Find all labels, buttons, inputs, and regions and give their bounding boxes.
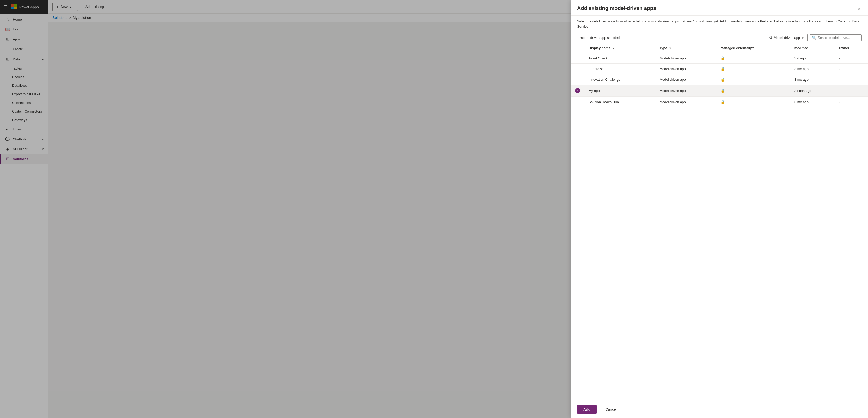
row-check-cell[interactable] [571,97,584,107]
panel-table-wrap: Display name ∨ Type ∨ Managed externally… [571,43,868,400]
apps-table: Display name ∨ Type ∨ Managed externally… [571,43,868,107]
col-modified-label: Modified [795,46,808,50]
panel-footer: Add Cancel [571,400,868,418]
col-display-name[interactable]: Display name ∨ [584,43,655,53]
row-modified: 3 mo ago [790,74,835,85]
table-row[interactable]: ✓My appModel-driven app🔒34 min ago- [571,85,868,97]
lock-icon: 🔒 [720,77,725,81]
col-modified: Modified [790,43,835,53]
row-managed-externally: 🔒 [716,64,790,74]
selected-count: 1 model-driven app selected [577,36,620,40]
col-type[interactable]: Type ∨ [655,43,716,53]
lock-icon: 🔒 [720,100,725,104]
modal-overlay: Add existing model-driven apps ✕ Select … [0,0,868,418]
row-managed-externally: 🔒 [716,53,790,64]
row-display-name: Innovation Challenge [584,74,655,85]
panel-description: Select model-driven apps from other solu… [571,15,868,32]
row-display-name: My app [584,85,655,97]
row-check-cell[interactable] [571,74,584,85]
row-owner: - [835,85,868,97]
filter-button[interactable]: ⚙ Model-driven app ∨ [766,34,808,41]
filter-icon: ⚙ [769,36,772,40]
row-owner: - [835,64,868,74]
row-owner: - [835,53,868,64]
search-input[interactable] [818,36,859,40]
col-check [571,43,584,53]
row-check-cell[interactable] [571,53,584,64]
table-row[interactable]: FundraiserModel-driven app🔒3 mo ago- [571,64,868,74]
lock-icon: 🔒 [720,67,725,71]
search-icon: 🔍 [812,36,816,40]
panel-close-button[interactable]: ✕ [856,5,862,12]
row-managed-externally: 🔒 [716,97,790,107]
col-managed-externally-label: Managed externally? [720,46,754,50]
row-modified: 3 d ago [790,53,835,64]
panel-toolbar-right: ⚙ Model-driven app ∨ 🔍 [766,34,862,41]
search-box: 🔍 [810,34,862,41]
table-row[interactable]: Innovation ChallengeModel-driven app🔒3 m… [571,74,868,85]
row-managed-externally: 🔒 [716,85,790,97]
filter-chevron-icon: ∨ [802,36,804,40]
row-managed-externally: 🔒 [716,74,790,85]
col-owner-label: Owner [839,46,849,50]
row-modified: 3 mo ago [790,64,835,74]
row-type: Model-driven app [655,64,716,74]
col-type-label: Type [659,46,667,50]
selected-check-icon: ✓ [575,88,580,93]
row-check-cell[interactable] [571,64,584,74]
panel-header: Add existing model-driven apps ✕ [571,0,868,15]
panel-toolbar: 1 model-driven app selected ⚙ Model-driv… [571,32,868,43]
panel-title: Add existing model-driven apps [577,5,656,11]
filter-label: Model-driven app [774,36,800,40]
row-modified: 34 min ago [790,85,835,97]
row-type: Model-driven app [655,85,716,97]
row-owner: - [835,74,868,85]
row-display-name: Fundraiser [584,64,655,74]
type-sort-icon: ∨ [669,47,671,50]
row-owner: - [835,97,868,107]
row-modified: 3 mo ago [790,97,835,107]
row-type: Model-driven app [655,74,716,85]
col-owner: Owner [835,43,868,53]
overlay-spacer[interactable] [0,0,571,418]
col-managed-externally: Managed externally? [716,43,790,53]
cancel-button[interactable]: Cancel [599,405,623,414]
lock-icon: 🔒 [720,56,725,60]
row-type: Model-driven app [655,97,716,107]
display-name-sort-icon: ∨ [612,47,614,50]
add-existing-panel: Add existing model-driven apps ✕ Select … [571,0,868,418]
row-display-name: Solution Health Hub [584,97,655,107]
row-check-cell[interactable]: ✓ [571,85,584,97]
table-row[interactable]: Asset CheckoutModel-driven app🔒3 d ago- [571,53,868,64]
lock-icon: 🔒 [720,89,725,93]
row-type: Model-driven app [655,53,716,64]
add-button[interactable]: Add [577,405,597,414]
table-row[interactable]: Solution Health HubModel-driven app🔒3 mo… [571,97,868,107]
row-display-name: Asset Checkout [584,53,655,64]
col-display-name-label: Display name [589,46,611,50]
